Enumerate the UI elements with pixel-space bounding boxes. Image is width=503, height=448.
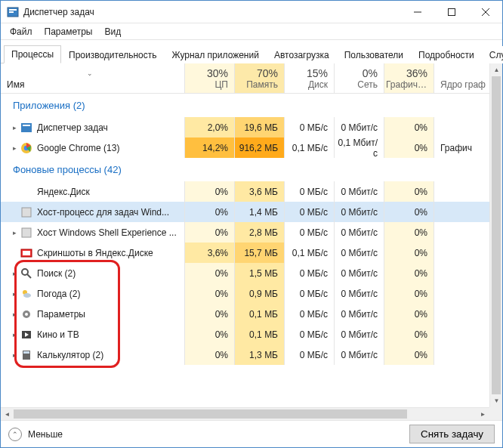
expand-icon[interactable]: ▸: [10, 270, 19, 277]
cell-mem: 2,8 МБ: [235, 222, 285, 243]
process-row[interactable]: ▸Google Chrome (13)14,2%916,2 МБ0,1 МБ/с…: [1, 137, 489, 158]
process-row[interactable]: ▸Параметры0%0,1 МБ0 МБ/с0 Мбит/с0%: [1, 304, 489, 324]
process-row[interactable]: ▸Погода (2)0%0,9 МБ0 МБ/с0 Мбит/с0%: [1, 283, 489, 304]
maximize-button[interactable]: [434, 1, 468, 23]
col-header-disk[interactable]: 15% Диск: [285, 63, 335, 93]
scroll-thumb-h[interactable]: [14, 409, 407, 419]
scroll-up-icon[interactable]: ▲: [490, 63, 502, 76]
cell-gpuengine: [434, 324, 489, 344]
svg-rect-24: [23, 351, 29, 354]
cell-gpu: 0%: [384, 117, 434, 137]
scroll-right-icon[interactable]: ►: [477, 408, 489, 420]
scrollbar-vertical[interactable]: ▲ ▼: [489, 63, 502, 407]
end-task-button[interactable]: Снять задачу: [409, 425, 495, 443]
tab-5[interactable]: Подробности: [411, 46, 482, 63]
cell-net: 0 Мбит/с: [335, 202, 384, 222]
cell-disk: 0 МБ/с: [285, 222, 335, 243]
cell-mem: 0,9 МБ: [235, 283, 285, 304]
close-button[interactable]: [468, 1, 502, 23]
tab-6[interactable]: Службы: [482, 46, 503, 63]
cell-disk: 0 МБ/с: [285, 324, 335, 344]
process-name: Хост Windows Shell Experience ...: [37, 227, 177, 238]
scrollbar-horizontal[interactable]: ◄ ►: [1, 407, 489, 420]
menu-file[interactable]: Файл: [4, 25, 39, 39]
scroll-thumb-v[interactable]: [492, 76, 501, 394]
menu-view[interactable]: Вид: [98, 25, 127, 39]
cell-gpuengine: [434, 283, 489, 304]
cell-disk: 0 МБ/с: [285, 202, 335, 222]
tab-1[interactable]: Производительность: [61, 46, 164, 63]
blank-icon: [20, 186, 32, 198]
svg-rect-8: [23, 125, 30, 126]
col-name-label: Имя: [7, 79, 24, 90]
process-row[interactable]: ▸Калькулятор (2)0%1,3 МБ0 МБ/с0 Мбит/с0%: [1, 344, 489, 365]
cell-net: 0 Мбит/с: [335, 181, 384, 202]
cell-net: 0 Мбит/с: [335, 263, 384, 283]
svg-rect-14: [23, 251, 30, 255]
expand-icon[interactable]: ▸: [10, 290, 19, 298]
col-header-name[interactable]: ⌄ Имя: [1, 63, 185, 93]
disk-usage-pct: 15%: [286, 67, 328, 79]
cpu-label: ЦП: [187, 79, 228, 90]
gear-icon: [20, 308, 32, 320]
cell-cpu: 0%: [185, 181, 235, 202]
tab-2[interactable]: Журнал приложений: [165, 46, 267, 63]
expand-icon[interactable]: ▸: [10, 311, 19, 318]
col-header-net[interactable]: 0% Сеть: [335, 63, 384, 93]
tab-0[interactable]: Процессы: [4, 45, 61, 63]
expand-icon[interactable]: ▸: [10, 144, 19, 152]
tab-strip: ПроцессыПроизводительностьЖурнал приложе…: [1, 40, 502, 63]
svg-rect-2: [9, 11, 14, 13]
process-row[interactable]: ▸Кино и ТВ0%0,1 МБ0 МБ/с0 Мбит/с0%: [1, 324, 489, 344]
process-row[interactable]: Скриншоты в Яндекс.Диске3,6%15,7 МБ0,1 М…: [1, 243, 489, 263]
process-name: Яндекс.Диск: [37, 187, 90, 197]
process-row[interactable]: Хост-процесс для задач Wind...0%1,4 МБ0 …: [1, 202, 489, 222]
cpu-usage-pct: 30%: [187, 67, 228, 79]
col-header-cpu[interactable]: 30% ЦП: [185, 63, 235, 93]
tab-4[interactable]: Пользователи: [337, 46, 411, 63]
screenshot-icon: [20, 247, 32, 259]
menu-options[interactable]: Параметры: [39, 25, 99, 39]
window-title: Диспетчер задач: [23, 7, 94, 17]
gpuengine-label: Ядро граф: [440, 79, 486, 90]
process-name: Кино и ТВ: [37, 329, 79, 340]
expand-icon[interactable]: ▸: [10, 229, 19, 236]
fewer-details-button[interactable]: ⌃ Меньше: [8, 428, 63, 441]
expand-icon[interactable]: ▸: [10, 331, 19, 338]
process-name: Поиск (2): [37, 268, 76, 279]
cell-mem: 0,1 МБ: [235, 324, 285, 344]
titlebar[interactable]: Диспетчер задач: [1, 1, 502, 23]
search-icon: [20, 267, 32, 280]
cell-gpuengine: Графич: [434, 137, 489, 158]
cell-gpu: 0%: [384, 137, 434, 158]
process-row[interactable]: Яндекс.Диск0%3,6 МБ0 МБ/с0 Мбит/с0%: [1, 181, 489, 202]
process-name: Погода (2): [37, 289, 81, 299]
grid-body[interactable]: Приложения (2)▸Диспетчер задач2,0%19,6 М…: [1, 94, 502, 420]
scroll-left-icon[interactable]: ◄: [1, 408, 14, 420]
expand-icon[interactable]: ▸: [10, 124, 19, 131]
cell-mem: 0,1 МБ: [235, 304, 285, 324]
cell-cpu: 0%: [185, 263, 235, 283]
calc-icon: [20, 349, 32, 361]
grid-header: ⌄ Имя 30% ЦП 70% Память 15% Диск 0% Сеть…: [1, 63, 502, 94]
tab-3[interactable]: Автозагрузка: [267, 46, 337, 63]
process-name: Скриншоты в Яндекс.Диске: [37, 248, 153, 258]
cell-cpu: 3,6%: [185, 243, 235, 263]
expand-icon[interactable]: ▸: [10, 351, 19, 359]
net-label: Сеть: [336, 79, 378, 90]
process-row[interactable]: ▸Диспетчер задач2,0%19,6 МБ0 МБ/с0 Мбит/…: [1, 117, 489, 137]
col-header-mem[interactable]: 70% Память: [235, 63, 285, 93]
cell-gpu: 0%: [384, 283, 434, 304]
process-row[interactable]: ▸Хост Windows Shell Experience ...0%2,8 …: [1, 222, 489, 243]
process-row[interactable]: ▸Поиск (2)0%1,5 МБ0 МБ/с0 Мбит/с0%: [1, 263, 489, 283]
app-icon: [7, 6, 19, 18]
gpu-usage-pct: 36%: [386, 67, 427, 79]
svg-rect-4: [448, 8, 455, 15]
menubar: Файл Параметры Вид: [1, 23, 502, 40]
col-header-gpu[interactable]: 36% Графиче...: [384, 63, 434, 93]
cell-disk: 0 МБ/с: [285, 181, 335, 202]
cell-disk: 0 МБ/с: [285, 283, 335, 304]
scroll-down-icon[interactable]: ▼: [490, 394, 502, 407]
minimize-button[interactable]: [400, 1, 434, 23]
cell-cpu: 2,0%: [185, 117, 235, 137]
